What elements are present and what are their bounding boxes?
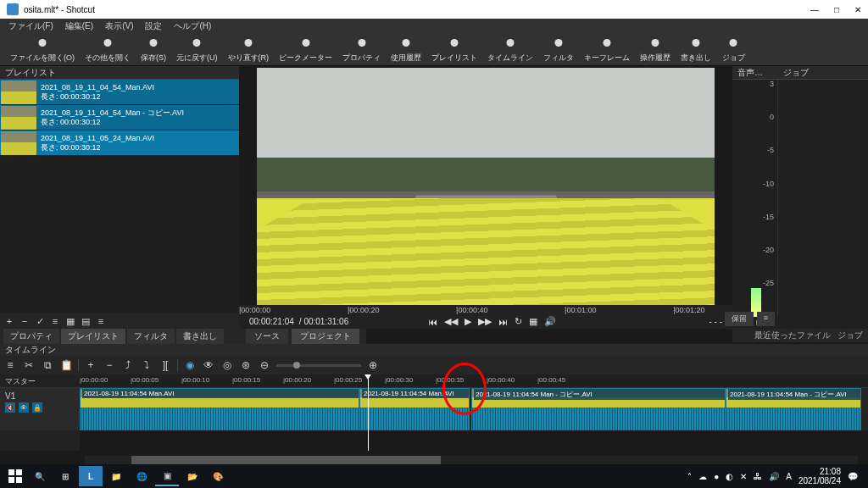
- tool-keyframe[interactable]: キーフレーム: [579, 36, 635, 64]
- cut-icon[interactable]: ✂: [22, 358, 36, 372]
- timeline-clip[interactable]: 2021-08-19 11:04:54 Man - コピー.AVI: [471, 388, 726, 430]
- tray-icon-2[interactable]: ◐: [726, 472, 733, 481]
- snap-icon[interactable]: ◉: [183, 358, 197, 372]
- paste-icon[interactable]: 📋: [59, 358, 73, 372]
- paint-icon[interactable]: 🎨: [206, 466, 230, 486]
- folder-icon[interactable]: 📂: [181, 466, 204, 486]
- explorer-icon[interactable]: 📁: [104, 466, 128, 486]
- minimize-button[interactable]: —: [810, 5, 819, 14]
- copy-icon[interactable]: ⧉: [41, 358, 54, 372]
- loop-icon[interactable]: ↻: [515, 316, 522, 327]
- menu-item[interactable]: 設定: [140, 19, 167, 34]
- remove-icon[interactable]: −: [19, 315, 31, 327]
- jobs-menu-icon[interactable]: ≡: [757, 312, 775, 326]
- ripple-all-icon[interactable]: ⊛: [239, 358, 253, 372]
- lock-icon[interactable]: 🔒: [32, 402, 42, 413]
- zoom-in-icon[interactable]: ⊕: [366, 358, 380, 372]
- tool-filter[interactable]: フィルタ: [538, 36, 579, 64]
- timeline-clip[interactable]: 2021-08-19 11:04:54 Man.AVI: [80, 388, 359, 430]
- menu-item[interactable]: ヘルプ(H): [169, 19, 216, 34]
- jobs-tab[interactable]: ジョブ: [837, 330, 863, 341]
- ripple-icon[interactable]: ◎: [220, 358, 234, 372]
- check-icon[interactable]: ✓: [34, 315, 46, 327]
- video-preview[interactable]: [257, 68, 715, 305]
- overwrite-icon[interactable]: ⤵: [140, 358, 153, 372]
- chrome-icon[interactable]: 🌐: [130, 466, 153, 486]
- close-button[interactable]: ✕: [854, 5, 861, 14]
- tl-menu-icon[interactable]: ≡: [3, 358, 17, 372]
- bottom-tab[interactable]: プロパティ: [3, 329, 59, 344]
- mute-icon[interactable]: 🔇: [5, 402, 15, 413]
- volume-icon[interactable]: 🔊: [544, 316, 556, 327]
- clock[interactable]: 21:082021/08/24: [798, 467, 841, 485]
- scrub-icon[interactable]: 👁: [202, 358, 215, 372]
- grid-icon[interactable]: ▦: [529, 316, 537, 327]
- tool-history[interactable]: 使用履歴: [386, 36, 426, 64]
- tool-undo[interactable]: 元に戻す(U): [171, 36, 223, 64]
- app-icon-1[interactable]: L: [79, 466, 103, 486]
- tool-open-other[interactable]: その他を開く: [80, 36, 136, 64]
- playlist-item[interactable]: 2021_08_19_11_05_24_Man.AVI長さ: 00:00:30:…: [0, 130, 239, 156]
- tool-props[interactable]: プロパティ: [337, 36, 386, 64]
- play-icon[interactable]: ▶: [465, 316, 471, 327]
- grid-view-icon[interactable]: ▦: [64, 315, 76, 327]
- tool-export[interactable]: 書き出し: [676, 36, 716, 64]
- start-button[interactable]: [3, 466, 27, 486]
- tool-save[interactable]: 保存(S): [136, 36, 171, 64]
- tool-ops[interactable]: 操作履歴: [635, 36, 676, 64]
- tray-icon-3[interactable]: ✕: [740, 472, 747, 481]
- network-icon[interactable]: 🖧: [754, 472, 762, 481]
- prev-frame-icon[interactable]: ◀◀: [444, 316, 458, 327]
- menu-item[interactable]: ファイル(F): [3, 19, 58, 34]
- timeline-clip[interactable]: 2021-08-19 11:04:54 Man - コピー.AVI: [726, 388, 861, 430]
- tool-jobs[interactable]: ジョブ: [716, 36, 750, 64]
- menu-item[interactable]: 編集(E): [60, 19, 98, 34]
- hide-icon[interactable]: 👁: [19, 402, 29, 413]
- playhead[interactable]: [368, 374, 369, 451]
- onedrive-icon[interactable]: ☁: [698, 472, 707, 481]
- sound-icon[interactable]: 🔊: [769, 472, 779, 481]
- bottom-tab[interactable]: プレイリスト: [61, 329, 125, 344]
- tool-open[interactable]: ファイルを開く(O): [5, 36, 80, 64]
- zoom-out-icon[interactable]: ⊖: [258, 358, 271, 372]
- split-icon[interactable]: ][: [159, 358, 172, 372]
- source-tab[interactable]: ソース: [246, 329, 288, 344]
- timecode-current[interactable]: 00:00:21:04: [249, 317, 294, 326]
- tool-timeline[interactable]: タイムライン: [482, 36, 538, 64]
- track-header[interactable]: V1 🔇 👁 🔒: [0, 388, 80, 430]
- playlist-item[interactable]: 2021_08_19_11_04_54_Man.AVI長さ: 00:00:30:…: [0, 80, 239, 105]
- ime-icon[interactable]: A: [786, 472, 792, 481]
- tl-add-icon[interactable]: +: [84, 358, 97, 372]
- master-track-header[interactable]: マスター: [0, 374, 80, 388]
- menu-item[interactable]: 表示(V): [100, 19, 138, 34]
- preview-ruler[interactable]: |00:00:00|00:00:20|00:00:40|00:01:00|00:…: [239, 305, 732, 315]
- lift-icon[interactable]: ⤴: [121, 358, 135, 372]
- bottom-tab[interactable]: フィルタ: [127, 329, 175, 344]
- shotcut-taskbar-icon[interactable]: ▣: [155, 466, 179, 486]
- notifications-icon[interactable]: 💬: [848, 472, 858, 481]
- next-frame-icon[interactable]: ▶▶: [478, 316, 492, 327]
- list-icon[interactable]: ≡: [49, 315, 61, 327]
- add-icon[interactable]: +: [3, 315, 15, 327]
- source-tab[interactable]: プロジェクト: [292, 329, 359, 344]
- search-icon[interactable]: 🔍: [28, 466, 52, 486]
- tool-meter[interactable]: ピークメーター: [274, 36, 337, 64]
- bottom-tab[interactable]: 書き出し: [176, 329, 224, 344]
- tray-chevron-icon[interactable]: ˄: [687, 472, 692, 481]
- skip-end-icon[interactable]: ⏭: [498, 317, 508, 327]
- playlist-item[interactable]: 2021_08_19_11_04_54_Man - コピー.AVI長さ: 00:…: [0, 105, 239, 130]
- tl-remove-icon[interactable]: −: [103, 358, 116, 372]
- zoom-slider[interactable]: [276, 364, 361, 367]
- timeline-ruler[interactable]: |00:00:00|00:00:05|00:00:10|00:00:15|00:…: [80, 374, 868, 388]
- tool-redo[interactable]: やり直す(R): [223, 36, 275, 64]
- detail-icon[interactable]: ▤: [80, 315, 92, 327]
- recent-files-tab[interactable]: 最近使ったファイル: [754, 330, 831, 341]
- pending-button[interactable]: 保留: [725, 312, 754, 326]
- video-lane[interactable]: 2021-08-19 11:04:54 Man.AVI2021-08-19 11…: [80, 388, 868, 430]
- tool-playlist[interactable]: プレイリスト: [426, 36, 482, 64]
- skip-start-icon[interactable]: ⏮: [428, 317, 437, 327]
- tray-icon-1[interactable]: ●: [714, 472, 719, 481]
- timeline-clip[interactable]: 2021-08-19 11:04:54 Man.AVI: [359, 388, 470, 430]
- task-view-icon[interactable]: ⊞: [53, 466, 77, 486]
- menu-icon[interactable]: ≡: [95, 315, 107, 327]
